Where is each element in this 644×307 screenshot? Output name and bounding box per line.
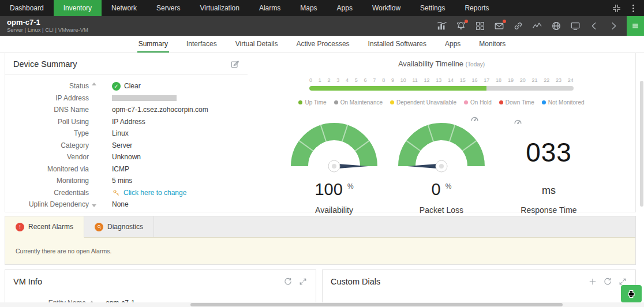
timeline-tick: 10 <box>400 77 406 83</box>
page-tab[interactable]: Virtual Details <box>234 36 279 53</box>
mail-icon[interactable] <box>494 21 504 31</box>
device-menu-button[interactable] <box>627 16 644 36</box>
kebab-menu-icon[interactable] <box>628 3 638 13</box>
legend-label: Not Monitored <box>548 99 585 106</box>
page-tab[interactable]: Installed Softwares <box>367 36 428 53</box>
page-tab-bar: Summary Interfaces Virtual Details Activ… <box>0 36 644 53</box>
nav-item[interactable]: Dashboard <box>0 0 54 16</box>
page-tab[interactable]: Apps <box>444 36 462 53</box>
legend-label: On Maintenance <box>340 99 383 106</box>
page-tab[interactable]: Active Processes <box>295 36 351 53</box>
fields-scroll-up[interactable] <box>92 83 96 85</box>
timeline-tick: 14 <box>448 77 454 83</box>
timeline-tick: 17 <box>484 77 489 83</box>
nav-item[interactable]: Network <box>102 0 147 16</box>
horizontal-scrollbar[interactable] <box>0 302 644 307</box>
response-time-label: Response Time <box>503 205 595 215</box>
alarm-bell-icon[interactable] <box>456 21 466 31</box>
nav-item[interactable]: Reports <box>455 0 499 16</box>
page-tab[interactable]: Summary <box>137 36 169 53</box>
chevron-left-icon[interactable] <box>589 21 600 31</box>
nav-item[interactable]: Servers <box>147 0 190 16</box>
field-row-credentials: Credentials Click here to change <box>5 187 248 199</box>
globe-icon[interactable] <box>551 21 561 31</box>
tab-recent-alarms[interactable]: ! Recent Alarms <box>5 216 84 238</box>
availability-timeline: 0123456789101112131415161718192021222324 <box>309 77 574 91</box>
timeline-bar <box>309 86 574 91</box>
packet-loss-label: Packet Loss <box>395 205 488 215</box>
timeline-tick: 21 <box>531 77 537 83</box>
device-breadcrumb: Server | Linux | CLI | VMware-VM <box>7 27 88 33</box>
nav-item[interactable]: Apps <box>327 0 362 16</box>
performance-chart-icon[interactable] <box>437 21 447 31</box>
nav-item[interactable]: Workflow <box>362 0 410 16</box>
expand-icon[interactable] <box>298 277 308 286</box>
edit-icon[interactable] <box>230 59 239 69</box>
refresh-icon[interactable] <box>603 277 612 286</box>
legend-label: Dependent Unavailable <box>396 99 456 106</box>
refresh-icon[interactable] <box>283 277 293 286</box>
nav-item[interactable]: Inventory <box>54 0 102 16</box>
custom-dials-title: Custom Dials <box>331 277 380 286</box>
legend-dot <box>464 100 468 104</box>
legend-item: Down Time <box>499 99 534 106</box>
legend-dot <box>334 100 338 104</box>
alarms-message-area: Currently there are no open Alarms. <box>5 238 635 264</box>
nav-item[interactable]: Alarms <box>249 0 290 16</box>
field-row-monitoring: Monitoring 5 mins <box>5 175 248 187</box>
credentials-change-link[interactable]: Click here to change <box>123 189 186 197</box>
device-summary-fields: Status ✓ Clear IP Address DNS Name opm-c… <box>5 74 248 212</box>
print-button[interactable] <box>621 285 642 302</box>
tab-diagnostics[interactable]: Diagnostics <box>84 216 154 237</box>
horizontal-scrollbar-thumb[interactable] <box>190 303 563 306</box>
timeline-tick: 6 <box>364 77 367 83</box>
timeline-tick: 12 <box>424 77 430 83</box>
field-row-monitored-via: Monitored via ICMP <box>5 163 248 175</box>
legend-label: Down Time <box>506 99 534 106</box>
response-time-value: 033 <box>526 129 572 175</box>
availability-panel: Availability Timeline (Today) 0123456789… <box>248 53 635 212</box>
redacted-ip-value <box>112 95 177 101</box>
field-row-dns: DNS Name opm-c7-1.csez.zohocorpin.com <box>5 104 248 116</box>
threshold-gauge-icon[interactable] <box>470 114 480 123</box>
availability-title: Availability Timeline (Today) <box>248 59 635 68</box>
legend-item: Not Monitored <box>542 99 585 106</box>
add-icon[interactable] <box>588 277 597 286</box>
collapse-icon[interactable] <box>612 3 621 13</box>
fields-scroll-down[interactable] <box>92 204 96 207</box>
legend-item: On Maintenance <box>334 99 383 106</box>
availability-subtitle: (Today) <box>466 61 485 68</box>
nav-right-icons <box>612 0 644 16</box>
nav-item[interactable]: Maps <box>290 0 327 16</box>
threshold-gauge-icon[interactable] <box>513 117 523 126</box>
timeline-uptime <box>309 86 486 91</box>
nav-item[interactable]: Settings <box>410 0 455 16</box>
chevron-right-icon[interactable] <box>608 21 619 31</box>
screen-icon[interactable] <box>570 21 581 31</box>
nav-item[interactable]: Virtualization <box>190 0 249 16</box>
alarm-badge <box>465 20 468 23</box>
vertical-scrollbar-thumb[interactable] <box>640 81 643 207</box>
dials-row: 100 % Availability <box>248 123 635 215</box>
timeline-tick: 16 <box>472 77 478 83</box>
timeline-tick: 1 <box>319 77 321 83</box>
bottom-panels: VM Info Entity Name opm-c7-1 Custom Dial… <box>5 269 636 307</box>
availability-value: 100 % <box>288 178 380 198</box>
timeline-tick: 7 <box>373 77 376 83</box>
packet-loss-gauge <box>398 123 485 173</box>
device-identity: opm-c7-1 Server | Linux | CLI | VMware-V… <box>7 18 88 33</box>
page-tab[interactable]: Monitors <box>478 36 507 53</box>
packet-loss-value: 0 % <box>395 178 488 198</box>
timeline-tick: 4 <box>346 77 349 83</box>
key-icon <box>112 189 120 197</box>
diagnostics-icon <box>95 223 103 231</box>
widgets-icon[interactable] <box>475 21 485 31</box>
timeline-tick: 18 <box>496 77 501 83</box>
field-row-uplink: Uplink Dependency None <box>5 199 248 211</box>
page-tab[interactable]: Interfaces <box>185 36 218 53</box>
timeline-tick: 8 <box>382 77 385 83</box>
legend-dot <box>499 100 503 104</box>
device-summary-title: Device Summary <box>13 59 77 69</box>
sparkline-icon[interactable] <box>532 21 542 31</box>
link-icon[interactable] <box>513 21 523 31</box>
